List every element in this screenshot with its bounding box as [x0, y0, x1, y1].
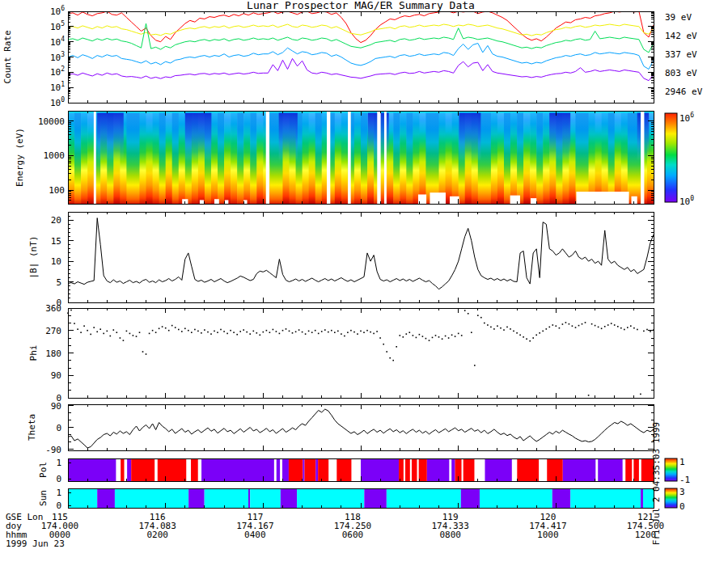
color-cell [474, 365, 476, 366]
color-cell [162, 326, 163, 327]
spectrogram-colorbar [665, 113, 677, 202]
color-cell [497, 111, 505, 204]
color-cell [123, 340, 125, 341]
color-cell [243, 200, 247, 204]
colorbar-min-label: 100 [679, 195, 694, 207]
color-cell [116, 332, 118, 333]
color-cell [226, 333, 228, 335]
color-cell [485, 111, 492, 204]
bfield-ytick-20: 20 [51, 215, 61, 226]
color-cell [615, 111, 622, 204]
color-cell [549, 111, 570, 178]
color-cell [260, 335, 261, 336]
trace-337ev [68, 23, 654, 53]
y-ticks-bfield [68, 216, 654, 302]
color-cell [650, 331, 651, 332]
legend-803ev: 803 eV [665, 68, 697, 78]
color-cell [601, 328, 603, 330]
ylabel-pol: Pol [38, 462, 49, 478]
color-cell [269, 332, 271, 333]
color-cell [621, 111, 629, 204]
color-cell [273, 329, 274, 331]
color-cell [80, 332, 82, 333]
footer-hhmm-0400: 0400 [244, 530, 266, 540]
panel-frame-bfield [68, 212, 654, 302]
color-cell [429, 340, 430, 341]
color-cell [562, 323, 564, 325]
color-cell [625, 458, 632, 481]
color-cell [485, 458, 511, 481]
color-cell [210, 333, 212, 335]
sun-colorbar-max: 3 [679, 487, 685, 497]
color-cell [243, 111, 251, 204]
color-cell [315, 330, 316, 332]
color-cell [243, 329, 244, 331]
color-cell [289, 458, 303, 481]
y-ticks-theta [68, 406, 654, 450]
sun-ytick-0: 0 [56, 501, 61, 511]
color-cell [321, 331, 323, 332]
color-cell [350, 330, 352, 332]
color-cell [99, 328, 101, 330]
color-cell [126, 111, 133, 204]
color-cell [595, 325, 596, 327]
color-cell [377, 111, 380, 204]
color-cell [70, 310, 72, 311]
color-cell [74, 323, 75, 324]
bfield-ytick-5: 5 [56, 277, 61, 288]
color-cell [376, 331, 378, 332]
color-cell [442, 338, 443, 340]
color-cell [341, 333, 342, 335]
color-cell [344, 336, 345, 337]
color-cell [529, 340, 531, 342]
color-cell [269, 111, 277, 204]
color-cell [487, 324, 489, 326]
color-cell [348, 111, 351, 204]
color-cell [383, 344, 384, 345]
color-cell [519, 335, 521, 336]
color-cell [572, 325, 574, 327]
color-cell [337, 331, 339, 332]
color-cell [217, 332, 218, 333]
color-cell [535, 335, 537, 336]
color-cell [175, 327, 176, 328]
color-cell [503, 329, 505, 331]
color-cell [201, 332, 202, 334]
color-cell [379, 337, 381, 339]
theta-ytick--90: -90 [45, 445, 61, 455]
color-cell [230, 330, 231, 332]
theta-ytick-90: 90 [51, 401, 61, 412]
ylabel-energy: Energy (eV) [15, 128, 25, 187]
color-cell [640, 394, 641, 395]
count-rate-ytick-10e4: 104 [50, 36, 65, 48]
color-cell [542, 331, 544, 332]
color-cell [400, 111, 407, 204]
color-cell [237, 111, 244, 204]
color-cell [286, 328, 287, 330]
plot-timestamp: Fri Jul 2 04:35:03 1999 [651, 422, 662, 545]
color-cell [547, 458, 563, 481]
color-cell [425, 111, 433, 204]
color-cell [211, 111, 218, 204]
color-cell [81, 111, 88, 204]
color-cell [480, 488, 552, 508]
color-cell [184, 328, 186, 330]
color-cell [510, 328, 511, 330]
color-cell [384, 111, 387, 204]
spectrogram-ytick-1000: 1000 [44, 150, 66, 161]
color-cell [354, 111, 362, 204]
color-cell [191, 332, 193, 333]
color-cell [94, 111, 96, 204]
color-cell [517, 111, 524, 204]
color-cell [614, 324, 616, 326]
color-cell [188, 488, 205, 508]
color-cell [364, 488, 387, 508]
color-cell [446, 111, 453, 204]
color-cell [630, 325, 632, 327]
sun-ytick-1: 1 [56, 488, 61, 498]
color-cell [497, 325, 498, 327]
color-cell [224, 111, 231, 204]
color-cell [582, 323, 583, 325]
color-cell [620, 327, 622, 329]
color-cell [575, 111, 582, 204]
